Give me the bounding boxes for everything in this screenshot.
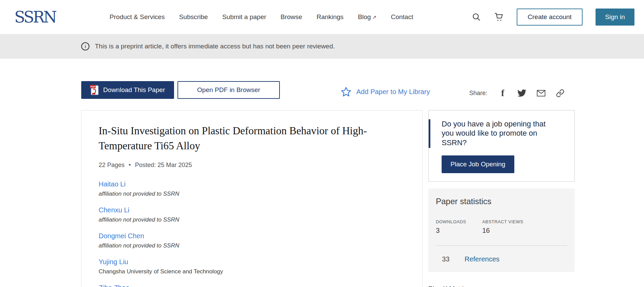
external-link-arrow-icon: ↗	[372, 14, 377, 20]
share-label: Share:	[469, 90, 487, 97]
share-group: Share: f	[469, 89, 564, 97]
nav-blog[interactable]: Blog↗	[358, 13, 377, 21]
download-this-paper-button[interactable]: PDF Download This Paper	[81, 81, 174, 99]
plumx-metrics-link[interactable]: PlumX Metrics	[428, 285, 575, 287]
author-item: Zibo Zhao	[99, 284, 402, 287]
sign-in-button[interactable]: Sign in	[596, 9, 634, 26]
author-item: Chenxu Li affiliation not provided to SS…	[99, 206, 402, 223]
nav-rankings[interactable]: Rankings	[316, 13, 343, 21]
author-item: Haitao Li affiliation not provided to SS…	[99, 180, 402, 197]
references-count: 33	[442, 255, 449, 263]
author-name-link[interactable]: Yujing Liu	[99, 258, 128, 266]
statistics-grid: DOWNLOADS 3 ABSTRACT VIEWS 16	[436, 219, 567, 235]
info-icon: i	[81, 42, 89, 50]
abstract-views-stat: ABSTRACT VIEWS 16	[482, 219, 523, 235]
abstract-views-value: 16	[482, 227, 523, 235]
preprint-notice-text: This is a preprint article, it offers im…	[95, 43, 335, 50]
add-paper-to-library-link[interactable]: Add Paper to My Library	[341, 87, 430, 97]
twitter-share-icon[interactable]	[517, 89, 526, 97]
download-button-label: Download This Paper	[103, 86, 165, 94]
posted-date: Posted: 25 Mar 2025	[135, 162, 192, 169]
ssrn-logo[interactable]: SSRN	[14, 9, 56, 25]
copy-link-icon[interactable]	[556, 89, 564, 97]
email-share-icon[interactable]	[536, 89, 545, 97]
author-affiliation: affiliation not provided to SSRN	[99, 216, 402, 223]
nav-contact[interactable]: Contact	[391, 13, 413, 21]
cart-icon[interactable]	[494, 12, 504, 22]
author-affiliation: affiliation not provided to SSRN	[99, 242, 402, 249]
preprint-notice-banner: i This is a preprint article, it offers …	[0, 34, 644, 59]
author-item: Yujing Liu Changsha University of Scienc…	[99, 258, 402, 275]
nav-blog-label: Blog	[358, 13, 371, 20]
facebook-share-icon[interactable]: f	[498, 89, 507, 97]
author-affiliation: Changsha University of Science and Techn…	[99, 268, 402, 275]
job-promo-accent-bar	[429, 119, 430, 148]
downloads-stat: DOWNLOADS 3	[436, 219, 482, 235]
open-pdf-in-browser-button[interactable]: Open PDF in Browser	[177, 81, 280, 99]
nav-submit-a-paper[interactable]: Submit a paper	[222, 13, 266, 21]
main-content: In-Situ Investigation on Plastic Deforma…	[81, 110, 575, 287]
author-name-link[interactable]: Chenxu Li	[99, 206, 129, 214]
pdf-file-icon: PDF	[90, 85, 99, 95]
abstract-views-label: ABSTRACT VIEWS	[482, 219, 523, 224]
job-promo-box: Do you have a job opening that you would…	[428, 110, 575, 182]
star-icon	[341, 87, 352, 97]
author-affiliation: affiliation not provided to SSRN	[99, 191, 402, 197]
search-icon[interactable]	[472, 12, 481, 22]
nav-product-services[interactable]: Product & Services	[110, 13, 165, 21]
paper-meta-row: 22 Pages • Posted: 25 Mar 2025	[99, 162, 402, 169]
nav-browse[interactable]: Browse	[281, 13, 302, 21]
paper-statistics-title: Paper statistics	[436, 197, 567, 206]
statistics-divider	[436, 245, 567, 246]
job-promo-text: Do you have a job opening that you would…	[442, 119, 548, 147]
references-row: 33 References	[436, 255, 567, 263]
svg-text:PDF: PDF	[90, 86, 96, 88]
paper-statistics-box: Paper statistics DOWNLOADS 3 ABSTRACT VI…	[428, 188, 575, 272]
paper-title: In-Situ Investigation on Plastic Deforma…	[99, 123, 399, 153]
author-name-link[interactable]: Zibo Zhao	[99, 284, 129, 287]
nav-subscribe[interactable]: Subscribe	[179, 13, 208, 21]
header-right-group: Create account Sign in	[472, 9, 634, 26]
meta-separator-dot: •	[129, 162, 131, 169]
downloads-label: DOWNLOADS	[436, 219, 482, 224]
top-navigation-bar: SSRN Product & Services Subscribe Submit…	[0, 0, 644, 34]
author-name-link[interactable]: Dongmei Chen	[99, 232, 144, 240]
author-name-link[interactable]: Haitao Li	[99, 180, 126, 188]
paper-detail-card: In-Situ Investigation on Plastic Deforma…	[81, 110, 423, 287]
main-nav: Product & Services Subscribe Submit a pa…	[110, 13, 413, 21]
right-sidebar: Do you have a job opening that you would…	[428, 110, 575, 287]
place-job-opening-button[interactable]: Place Job Opening	[442, 155, 514, 173]
references-link[interactable]: References	[464, 255, 499, 263]
author-list: Haitao Li affiliation not provided to SS…	[99, 180, 402, 287]
author-item: Dongmei Chen affiliation not provided to…	[99, 232, 402, 249]
page-count: 22 Pages	[99, 162, 125, 169]
add-paper-to-library-label: Add Paper to My Library	[356, 88, 430, 96]
create-account-button[interactable]: Create account	[517, 9, 583, 26]
paper-action-row: PDF Download This Paper Open PDF in Brow…	[81, 81, 575, 99]
downloads-value: 3	[436, 227, 482, 235]
